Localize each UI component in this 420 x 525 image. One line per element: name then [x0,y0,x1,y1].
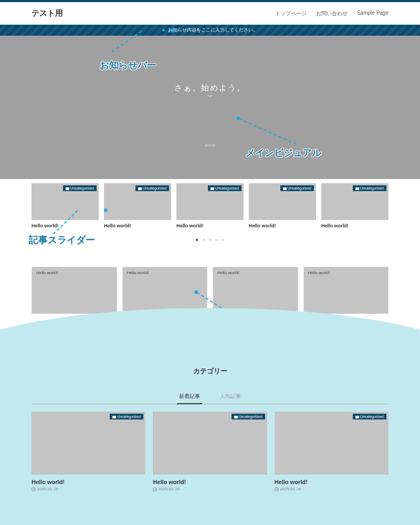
svg-rect-0 [66,187,69,190]
category-badge: Uncategorized [135,185,169,191]
pickup-label: Hello world! [127,270,149,275]
category-badge: Uncategorized [353,185,386,191]
category-section-wrapper: カテゴリー 新着記事 人気記事 Uncategorized Hello worl… [0,330,420,525]
scroll-indicator-label: Scroll [0,143,420,148]
slider-card-title: Hello world! [32,223,99,228]
svg-rect-7 [234,416,238,418]
category-badge: Uncategorized [353,414,386,419]
slider-thumbnail: Uncategorized [176,183,244,220]
article-slider-section: Uncategorized Hello world! Uncategorized… [0,179,420,248]
article-date: 2025-02-28 [32,487,145,491]
main-nav: トップページ お問い合わせ Sample Page [275,10,388,17]
category-tabs: 新着記事 人気記事 [32,390,388,404]
svg-rect-9 [355,416,359,418]
slider-card-title: Hello world! [321,223,388,228]
folder-icon [211,187,214,190]
svg-rect-1 [138,187,142,190]
slider-thumbnail: Uncategorized [104,183,171,220]
article-card[interactable]: Uncategorized Hello world! 2025-02-28 [153,412,267,491]
folder-icon [234,415,238,418]
nav-link-sample[interactable]: Sample Page [357,10,388,17]
article-thumbnail: Uncategorized [275,412,388,475]
pickup-label: Hello world! [217,270,239,275]
article-thumbnail: Uncategorized [32,412,145,475]
slider-thumbnail: Uncategorized [32,183,99,220]
article-title: Hello world! [153,479,267,485]
pagination-dot[interactable] [203,239,205,241]
hero-tagline: さぁ、始めよう。 [0,83,420,93]
article-card[interactable]: Uncategorized Hello world! 2025-02-26 [275,412,388,491]
article-card[interactable]: Uncategorized Hello world! 2025-02-28 [32,412,145,491]
article-title: Hello world! [275,479,388,485]
site-header: テスト用 トップページ お問い合わせ Sample Page [0,2,420,25]
nav-link-contact[interactable]: お問い合わせ [316,10,348,17]
slider-thumbnail: Uncategorized [321,183,388,220]
category-badge: Uncategorized [63,185,97,191]
slider-card[interactable]: Uncategorized Hello world! [176,183,244,228]
category-badge: Uncategorized [208,185,242,191]
notice-text: お知らせ内容をここに入力してください。 [168,27,258,33]
main-visual: さぁ、始めよう。 ︾ Scroll [0,36,420,179]
clock-icon [32,487,36,491]
clock-icon [153,487,157,491]
chevron-down-icon: ︾ [0,93,420,101]
slider-card[interactable]: Uncategorized Hello world! [104,183,171,228]
svg-rect-5 [112,416,116,418]
slider-card-title: Hello world! [176,223,244,228]
svg-rect-3 [283,187,287,190]
category-section: カテゴリー 新着記事 人気記事 Uncategorized Hello worl… [0,330,420,502]
folder-icon [138,187,142,190]
folder-icon [112,415,116,418]
slider-thumbnail: Uncategorized [249,183,316,220]
pickup-label: Hello world! [36,270,58,275]
nav-link-top[interactable]: トップページ [275,10,307,17]
slider-card-title: Hello world! [249,223,316,228]
article-date: 2025-02-28 [153,487,267,491]
folder-icon [283,187,287,190]
site-title[interactable]: テスト用 [32,8,63,18]
category-badge: Uncategorized [232,414,265,419]
category-heading: カテゴリー [32,366,388,376]
article-grid: Uncategorized Hello world! 2025-02-28 Un… [32,412,388,491]
svg-rect-2 [211,187,214,190]
notice-bar[interactable]: お知らせ内容をここに入力してください。 [0,25,420,36]
slider-card[interactable]: Uncategorized Hello world! [32,183,99,228]
article-slider[interactable]: Uncategorized Hello world! Uncategorized… [32,183,388,228]
pagination-dot[interactable] [209,239,211,241]
article-title: Hello world! [32,479,145,485]
folder-icon [66,187,69,190]
folder-icon [355,187,359,190]
pickup-label: Hello world! [308,270,330,275]
clock-icon [275,487,279,491]
pagination-dot[interactable] [196,239,198,241]
category-badge: Uncategorized [110,414,143,419]
slider-pagination[interactable] [32,234,388,243]
pagination-dot[interactable] [222,239,224,241]
article-date: 2025-02-26 [275,487,388,491]
svg-rect-4 [355,187,359,190]
tab-new-articles[interactable]: 新着記事 [177,390,202,404]
slider-card-title: Hello world! [104,223,171,228]
notice-dot-icon [162,29,165,32]
tab-popular-articles[interactable]: 人気記事 [218,390,243,404]
pagination-dot[interactable] [215,239,217,241]
folder-icon [355,415,359,418]
slider-card[interactable]: Uncategorized Hello world! [321,183,388,228]
article-thumbnail: Uncategorized [153,412,267,475]
slider-card[interactable]: Uncategorized Hello world! [249,183,316,228]
category-badge: Uncategorized [280,185,314,191]
wave-top-decoration [0,301,420,330]
